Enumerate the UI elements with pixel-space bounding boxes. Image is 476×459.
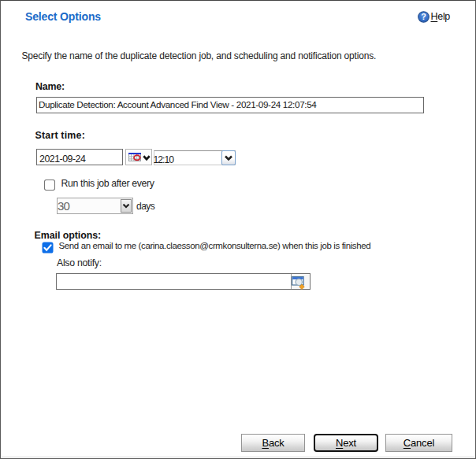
svg-text:?: ? <box>421 12 426 21</box>
